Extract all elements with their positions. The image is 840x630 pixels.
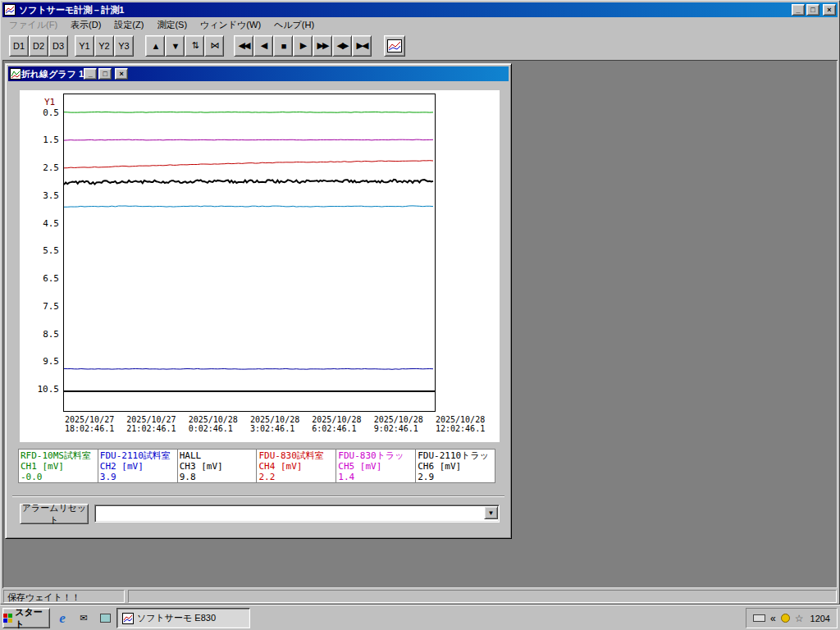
tray-chevrons-icon[interactable]: «	[770, 613, 776, 624]
toolbar-button-step-back[interactable]: ◀	[253, 35, 273, 57]
legend-table: RFD-10MS試料室CH1 [mV]-0.0FDU-2110試料室CH2 [m…	[18, 449, 495, 483]
y-tick-label: 2.5	[22, 162, 59, 173]
browser-icon[interactable]: e	[54, 610, 71, 627]
x-label-date: 2025/10/28	[436, 415, 500, 424]
graph-minimize-button[interactable]: _	[84, 68, 97, 80]
toolbar-button-d2[interactable]: D2	[29, 35, 48, 57]
legend-channel: CH3 [mV]	[180, 461, 255, 472]
y-tick-label: 7.5	[22, 301, 59, 312]
x-label-date: 2025/10/28	[374, 415, 438, 424]
x-label-date: 2025/10/28	[250, 415, 314, 424]
maximize-button[interactable]: □	[806, 4, 819, 16]
legend-name: HALL	[180, 450, 255, 461]
plot-area	[63, 94, 436, 391]
divider	[12, 495, 504, 497]
toolbar-button-stop[interactable]: ■	[273, 35, 293, 57]
legend-name: FDU-830試料室	[258, 450, 334, 461]
toolbar-group-4	[384, 35, 405, 57]
minimize-button[interactable]: _	[792, 4, 805, 16]
toolbar-button-y2[interactable]: Y2	[94, 35, 114, 57]
desktop: ソフトサーモ計測－計測1 _ □ × ファイル(F)表示(D)設定(Z)測定(S…	[0, 0, 840, 630]
legend-ch2: FDU-2110試料室CH2 [mV]3.9	[98, 450, 178, 482]
ime-star-icon[interactable]: ☆	[795, 613, 804, 624]
menu-window[interactable]: ウィンドウ(W)	[194, 17, 267, 32]
toolbar-group-3: ◀◀◀■▶▶▶◀▶▶◀	[234, 35, 372, 57]
y-tick-label: 1.5	[22, 135, 59, 145]
graph-window-icon	[10, 68, 21, 80]
toolbar-button-page-in[interactable]: ▶◀	[352, 35, 372, 57]
menu-view[interactable]: 表示(D)	[64, 17, 107, 32]
menu-file[interactable]: ファイル(F)	[2, 17, 64, 32]
legend-value: 9.8	[180, 472, 255, 482]
event-band	[63, 391, 436, 412]
y-tick-label: 9.5	[22, 356, 59, 367]
chart-canvas: Y1 0.51.52.53.54.55.56.57.58.59.510.5 20…	[20, 90, 500, 442]
start-label: スタート	[15, 606, 49, 630]
menu-help[interactable]: ヘルプ(H)	[267, 17, 321, 32]
plot-svg	[64, 94, 435, 390]
toolbar-button-y3[interactable]: Y3	[114, 35, 134, 57]
menu-setting[interactable]: 設定(Z)	[107, 17, 150, 32]
main-window: ソフトサーモ計測－計測1 _ □ × ファイル(F)表示(D)設定(Z)測定(S…	[0, 0, 840, 605]
toolbar-button-step-forward[interactable]: ▶	[293, 35, 313, 57]
y-tick-label: 4.5	[22, 218, 59, 229]
combobox-dropdown-icon[interactable]: ▼	[484, 506, 498, 519]
y-tick-label: 8.5	[22, 329, 59, 340]
toolbar-button-page-out[interactable]: ◀▶	[332, 35, 352, 57]
y-tick-label: 5.5	[22, 245, 59, 256]
legend-value: 2.2	[258, 472, 334, 482]
toolbar-button-time-compress[interactable]: ⋈	[204, 35, 224, 57]
close-button[interactable]: ×	[823, 4, 836, 16]
graph-close-button[interactable]: ×	[115, 68, 128, 80]
x-label-time: 12:02:46.1	[436, 424, 500, 433]
status-bar: 保存ウェイト！！	[2, 588, 838, 604]
x-label-date: 2025/10/27	[65, 415, 129, 424]
menu-measure[interactable]: 測定(S)	[150, 17, 194, 32]
toolbar-button-graph-display[interactable]	[384, 35, 405, 57]
toolbar-button-scroll-down[interactable]: ▼	[165, 35, 185, 57]
toolbar-button-fast-forward[interactable]: ▶▶	[313, 35, 332, 57]
toolbar-button-d1[interactable]: D1	[9, 35, 29, 57]
x-label-time: 9:02:46.1	[374, 424, 438, 433]
series-ch6	[64, 180, 433, 185]
alarm-combobox-value[interactable]	[94, 504, 500, 523]
x-tick-label: 2025/10/289:02:46.1	[374, 415, 438, 433]
legend-channel: CH2 [mV]	[100, 461, 176, 472]
x-label-time: 21:02:46.1	[126, 424, 190, 433]
legend-value: 3.9	[100, 472, 176, 482]
legend-name: FDU-2110トラッ	[418, 450, 493, 461]
toolbar-button-scroll-up[interactable]: ▲	[145, 35, 165, 57]
legend-channel: CH6 [mV]	[418, 461, 493, 472]
toolbar-button-scroll-both[interactable]: ⇅	[185, 35, 204, 57]
toolbar-button-y1[interactable]: Y1	[75, 35, 94, 57]
x-tick-label: 2025/10/2812:02:46.1	[436, 415, 500, 433]
mail-icon[interactable]: ✉	[75, 610, 92, 627]
task-button-label: ソフトサーモ E830	[137, 612, 216, 624]
alarm-reset-button[interactable]: アラームリセット	[20, 504, 89, 524]
graph-maximize-button[interactable]: □	[98, 68, 112, 80]
desktop-icon[interactable]	[97, 610, 113, 627]
taskbar: スタート e ✉ ソフトサーモ E830 « ☆ 1204	[0, 605, 840, 630]
menu-bar: ファイル(F)表示(D)設定(Z)測定(S)ウィンドウ(W)ヘルプ(H)	[2, 17, 838, 32]
series-ch1	[64, 112, 433, 112]
graph-title-bar[interactable]: 折れ線グラフ 1 _ □ ×	[8, 66, 509, 81]
x-tick-label: 2025/10/286:02:46.1	[312, 415, 376, 433]
start-button[interactable]: スタート	[2, 608, 50, 628]
mdi-area: 折れ線グラフ 1 _ □ × Y1 0.51.52.53.54.55.56.57…	[2, 60, 838, 588]
toolbar-button-d3[interactable]: D3	[48, 35, 68, 57]
x-tick-label: 2025/10/2718:02:46.1	[65, 415, 129, 433]
task-button-softthermo[interactable]: ソフトサーモ E830	[116, 608, 250, 628]
toolbar-button-rewind[interactable]: ◀◀	[234, 35, 253, 57]
alarm-combobox[interactable]: ▼	[94, 504, 500, 523]
keyboard-icon[interactable]	[753, 614, 765, 622]
legend-value: 1.4	[338, 472, 413, 482]
legend-channel: CH4 [mV]	[258, 461, 334, 472]
legend-name: FDU-2110試料室	[100, 450, 176, 461]
window-title: ソフトサーモ計測－計測1	[19, 4, 792, 16]
legend-channel: CH5 [mV]	[338, 461, 413, 472]
x-label-date: 2025/10/27	[126, 415, 190, 424]
legend-channel: CH1 [mV]	[21, 461, 96, 472]
main-title-bar[interactable]: ソフトサーモ計測－計測1 _ □ ×	[2, 2, 838, 17]
x-label-time: 18:02:46.1	[65, 424, 129, 433]
speaker-icon[interactable]	[781, 614, 790, 623]
